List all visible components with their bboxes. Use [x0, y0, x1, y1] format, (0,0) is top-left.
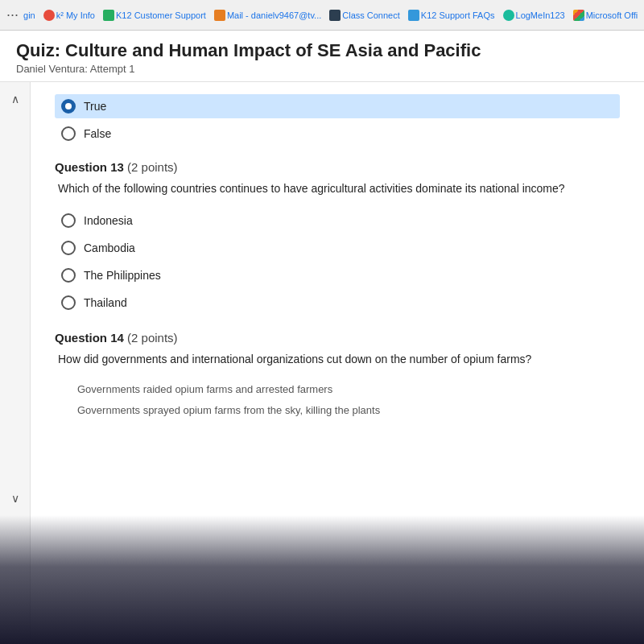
false-label: False [84, 127, 111, 140]
false-option[interactable]: False [55, 122, 620, 146]
q13-philippines-option[interactable]: The Philippines [55, 263, 620, 287]
q13-philippines-radio[interactable] [61, 268, 76, 283]
logmein-icon [503, 10, 514, 21]
nav-ms-office[interactable]: Microsoft Office 365 [573, 10, 638, 21]
nav-support-label: K12 Customer Support [116, 10, 206, 20]
q13-indonesia-option[interactable]: Indonesia [55, 208, 620, 233]
q13-cambodia-label: Cambodia [84, 242, 135, 254]
nav-customer-support[interactable]: K12 Customer Support [103, 10, 206, 21]
nav-ms-label: Microsoft Office 365 [586, 10, 638, 20]
q13-cambodia-radio[interactable] [61, 241, 76, 255]
nav-mail[interactable]: Mail - danielv9467@tv... [214, 10, 321, 21]
true-radio[interactable] [61, 99, 76, 114]
quiz-container: Quiz: Culture and Human Impact of SE Asi… [0, 31, 644, 644]
nav-logmein-label: LogMeIn123 [516, 10, 565, 20]
q13-indonesia-radio[interactable] [61, 213, 76, 228]
question-13-header: Question 13 (2 points) [55, 160, 620, 174]
nav-myinfo[interactable]: k² My Info [43, 10, 95, 21]
question-14-block: Question 14 (2 points) How did governmen… [55, 331, 620, 421]
browser-toolbar: ··· gin k² My Info K12 Customer Support … [0, 0, 644, 31]
question-14-points: (2 points) [127, 331, 178, 345]
q14-option-1: Governments raided opium farms and arres… [55, 379, 620, 400]
questions-area: True False Question 13 (2 points) Which … [31, 82, 644, 639]
question-13-pts-text: (2 points) [127, 160, 178, 174]
quiz-sidebar: ∧ ∨ [0, 82, 31, 639]
quiz-title: Quiz: Culture and Human Impact of SE Asi… [16, 40, 628, 61]
q14-option-2: Governments sprayed opium farms from the… [55, 400, 620, 421]
nav-gin-label: gin [23, 10, 35, 20]
q12-options: True False [55, 94, 620, 146]
nav-faqs[interactable]: K12 Support FAQs [408, 10, 495, 21]
quiz-subtitle: Daniel Ventura: Attempt 1 [16, 63, 628, 75]
k12-icon [43, 10, 55, 21]
q13-philippines-label: The Philippines [84, 269, 161, 282]
faq-icon [408, 10, 419, 21]
ms-icon [573, 10, 584, 21]
question-13-label: Question 13 [55, 160, 124, 174]
browser-dots: ··· [6, 6, 19, 23]
true-option[interactable]: True [55, 94, 620, 118]
question-13-text: Which of the following countries continu… [55, 180, 620, 197]
bookmark-icon [103, 10, 114, 21]
scroll-down-button[interactable]: ∨ [6, 489, 24, 507]
quiz-header: Quiz: Culture and Human Impact of SE Asi… [0, 31, 644, 82]
question-14-label: Question 14 [55, 331, 124, 345]
nav-logmein[interactable]: LogMeIn123 [503, 10, 565, 21]
scroll-up-button[interactable]: ∧ [6, 90, 24, 108]
quiz-content: ∧ ∨ True False Question 13 (2 poi [0, 82, 644, 639]
question-14-header: Question 14 (2 points) [55, 331, 620, 345]
class-icon [329, 10, 341, 21]
question-13-block: Question 13 (2 points) Which of the foll… [55, 160, 620, 315]
q13-indonesia-label: Indonesia [84, 214, 133, 227]
q13-thailand-radio[interactable] [61, 295, 76, 310]
nav-class-label: Class Connect [342, 10, 400, 20]
nav-items: gin k² My Info K12 Customer Support Mail… [23, 10, 638, 21]
q13-thailand-option[interactable]: Thailand [55, 291, 620, 315]
q13-thailand-label: Thailand [84, 296, 127, 309]
nav-faq-label: K12 Support FAQs [421, 10, 495, 20]
nav-myinfo-label: k² My Info [56, 10, 95, 20]
q13-cambodia-option[interactable]: Cambodia [55, 236, 620, 260]
question-14-text: How did governments and international or… [55, 351, 620, 368]
false-radio[interactable] [61, 126, 76, 141]
menu-dots[interactable]: ··· [6, 6, 19, 23]
mail-icon [214, 10, 225, 21]
nav-gin[interactable]: gin [23, 10, 35, 20]
true-label: True [84, 100, 106, 113]
nav-mail-label: Mail - danielv9467@tv... [227, 10, 321, 20]
nav-class-connect[interactable]: Class Connect [329, 10, 400, 21]
